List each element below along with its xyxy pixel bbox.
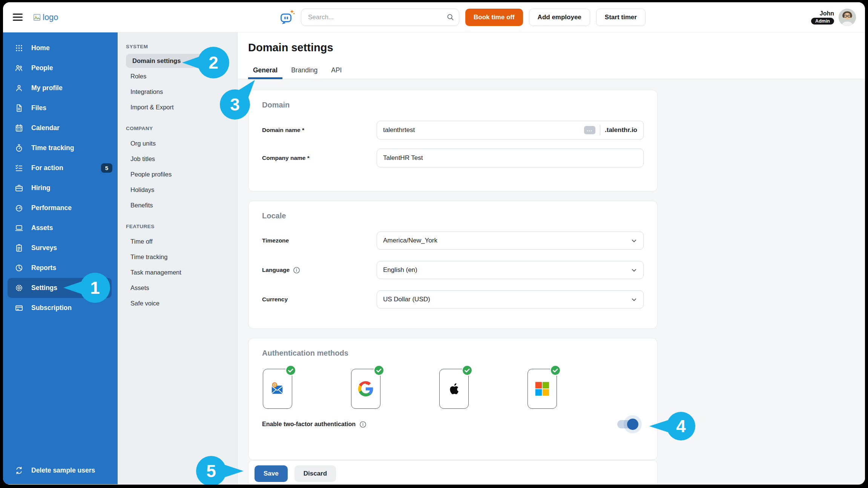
sidebar-item-surveys[interactable]: Surveys (3, 238, 118, 258)
user-role-badge: Admin (811, 18, 834, 25)
sidebar-label: Delete sample users (31, 467, 95, 474)
enabled-check-icon (285, 365, 296, 376)
settings-nav-assets[interactable]: Assets (126, 280, 228, 296)
briefcase-icon (14, 183, 24, 193)
settings-nav-integrations[interactable]: Integrations (126, 84, 228, 100)
section-title-features: FEATURES (126, 224, 228, 229)
tab-api[interactable]: API (326, 62, 347, 79)
auth-provider-apple[interactable] (439, 369, 469, 409)
apple-icon (446, 381, 462, 397)
start-timer-button[interactable]: Start timer (596, 9, 646, 26)
google-icon (357, 381, 374, 397)
chevron-down-icon (631, 296, 637, 303)
avatar[interactable] (839, 9, 856, 26)
sidebar-item-my-profile[interactable]: My profile (3, 78, 118, 98)
settings-nav-holidays[interactable]: Holidays (126, 182, 228, 198)
settings-nav-domain-settings[interactable]: Domain settings (126, 54, 221, 68)
authentication-card: Authentication methods @ (248, 338, 658, 460)
settings-nav-people-profiles[interactable]: People profiles (126, 167, 228, 182)
domain-name-label: Domain name * (262, 127, 377, 134)
two-factor-toggle[interactable] (617, 420, 637, 428)
svg-text:@: @ (273, 383, 276, 387)
sidebar-item-calendar[interactable]: Calendar (3, 118, 118, 138)
auth-provider-google[interactable] (351, 369, 380, 409)
broken-image-icon (32, 13, 41, 22)
language-label: Language (262, 267, 377, 274)
microsoft-icon (535, 381, 550, 396)
auth-provider-email[interactable]: @ (263, 369, 292, 409)
settings-nav-benefits[interactable]: Benefits (126, 198, 228, 213)
sidebar-item-settings[interactable]: Settings (8, 278, 112, 298)
logo-label: logo (43, 12, 58, 22)
toggle-knob (627, 419, 638, 430)
menu-toggle-button[interactable] (13, 12, 23, 23)
main-sidebar: Home People My profile (3, 32, 118, 484)
auth-card-heading: Authentication methods (262, 349, 644, 358)
section-title-system: SYSTEM (126, 44, 228, 49)
info-icon (293, 267, 300, 274)
settings-nav-safe-voice[interactable]: Safe voice (126, 296, 228, 311)
timezone-select[interactable]: America/New_York (377, 232, 644, 250)
sidebar-label: Subscription (31, 304, 72, 312)
auth-provider-tiles: @ (263, 369, 644, 409)
info-icon (359, 421, 367, 428)
gauge-icon (14, 203, 24, 213)
currency-label: Currency (262, 296, 377, 303)
sidebar-item-assets[interactable]: Assets (3, 218, 118, 238)
sidebar-label: Reports (31, 264, 56, 272)
sidebar-item-people[interactable]: People (3, 58, 118, 78)
timezone-label: Timezone (262, 237, 377, 244)
file-icon (14, 103, 24, 113)
book-time-off-button[interactable]: Book time off (465, 9, 523, 26)
settings-nav-job-titles[interactable]: Job titles (126, 151, 228, 167)
settings-nav-task-management[interactable]: Task management (126, 265, 228, 280)
sidebar-item-for-action[interactable]: For action 5 (3, 158, 118, 178)
sidebar-item-time-tracking[interactable]: Time tracking (3, 138, 118, 158)
domain-name-more-icon: ... (584, 126, 595, 134)
chevron-down-icon (631, 267, 637, 273)
tab-branding[interactable]: Branding (286, 62, 322, 79)
settings-nav-time-tracking[interactable]: Time tracking (126, 249, 228, 265)
sidebar-label: Settings (31, 284, 57, 292)
auth-provider-microsoft[interactable] (528, 369, 557, 409)
sidebar-label: For action (31, 164, 63, 172)
calendar-icon (14, 123, 24, 133)
ai-assistant-icon[interactable] (278, 9, 295, 26)
stopwatch-icon (14, 143, 24, 153)
sidebar-label: Calendar (31, 124, 60, 132)
settings-nav-org-units[interactable]: Org units (126, 136, 228, 151)
tab-general[interactable]: General (248, 62, 282, 79)
discard-button[interactable]: Discard (294, 465, 336, 482)
laptop-icon (14, 223, 24, 233)
logo[interactable]: logo (32, 12, 58, 22)
add-employee-button[interactable]: Add employee (529, 9, 590, 26)
settings-nav-roles[interactable]: Roles (126, 69, 228, 84)
language-select[interactable]: English (en) (377, 261, 644, 279)
currency-select[interactable]: US Dollar (USD) (377, 290, 644, 308)
actions-bar: Save Discard (248, 460, 658, 484)
sidebar-item-files[interactable]: Files (3, 98, 118, 118)
sidebar-item-home[interactable]: Home (3, 38, 118, 58)
settings-nav-import-export[interactable]: Import & Export (126, 100, 228, 115)
search-input[interactable] (301, 9, 459, 26)
user-menu[interactable]: John Admin (811, 2, 856, 32)
person-icon (14, 83, 24, 93)
locale-card: Locale Timezone America/New_York Languag… (248, 201, 658, 329)
sidebar-label: Time tracking (31, 144, 74, 152)
search-icon (446, 13, 454, 21)
sidebar-item-subscription[interactable]: Subscription (3, 298, 118, 318)
topbar: logo Book time off Add employee Start ti (3, 2, 865, 32)
people-icon (14, 63, 24, 73)
sidebar-label: Surveys (31, 244, 57, 252)
domain-name-input[interactable]: talenthrtest ... .talenthr.io (377, 121, 644, 140)
search-box (301, 9, 459, 26)
sidebar-item-performance[interactable]: Performance (3, 198, 118, 218)
save-button[interactable]: Save (255, 465, 288, 482)
sidebar-label: Home (31, 44, 50, 52)
sidebar-item-delete-sample-users[interactable]: Delete sample users (3, 460, 118, 480)
sidebar-item-hiring[interactable]: Hiring (3, 178, 118, 198)
company-name-input[interactable]: TalentHR Test (377, 149, 644, 167)
tabs: General Branding API (243, 62, 865, 79)
settings-nav-time-off[interactable]: Time off (126, 234, 228, 249)
sidebar-item-reports[interactable]: Reports (3, 258, 118, 278)
